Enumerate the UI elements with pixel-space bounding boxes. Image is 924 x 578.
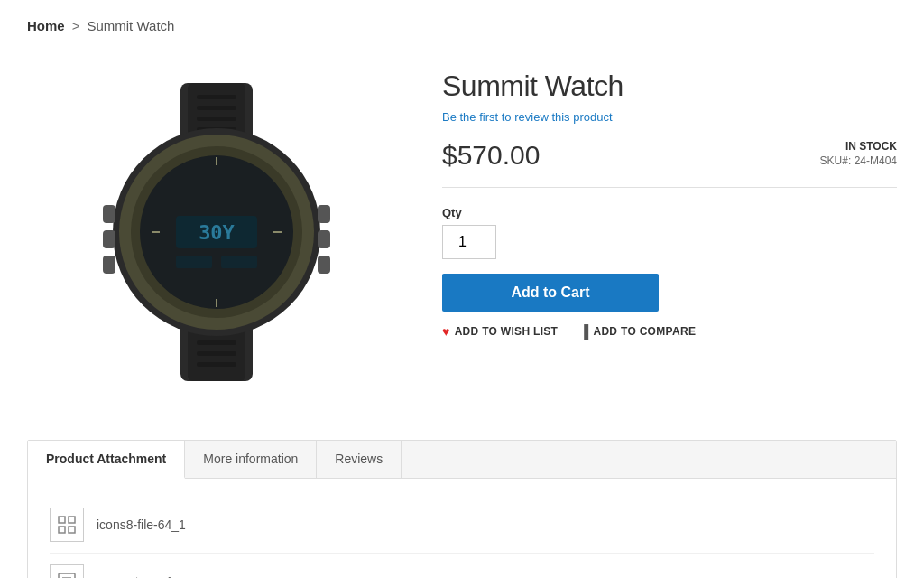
product-section: 30Y: [27, 61, 897, 404]
svg-rect-11: [197, 362, 236, 367]
svg-rect-20: [318, 205, 330, 223]
review-link[interactable]: Be the first to review this product: [442, 110, 897, 124]
svg-rect-2: [197, 95, 236, 99]
tab-reviews[interactable]: Reviews: [317, 441, 402, 478]
tab-more-information[interactable]: More information: [185, 441, 317, 478]
svg-rect-4: [197, 117, 236, 121]
svg-rect-33: [69, 527, 75, 533]
attachment-name[interactable]: warranty_ag1: [97, 574, 173, 578]
attachment-name[interactable]: icons8-file-64_1: [97, 517, 186, 532]
svg-rect-18: [176, 256, 212, 268]
breadcrumb: Home > Summit Watch: [27, 18, 897, 33]
product-sku: SKU#: 24-M404: [820, 154, 897, 167]
compare-label: ADD TO COMPARE: [593, 325, 696, 338]
qty-input[interactable]: [442, 225, 496, 259]
page-wrapper: Home > Summit Watch: [0, 0, 924, 578]
svg-text:30Y: 30Y: [199, 221, 235, 244]
tabs-header: Product Attachment More information Revi…: [28, 441, 896, 479]
svg-rect-10: [197, 351, 236, 356]
attachment-list: icons8-file-64_1 warranty_ag1 screencast…: [50, 497, 874, 578]
product-actions: ♥ ADD TO WISH LIST ▐ ADD TO COMPARE: [442, 324, 897, 339]
add-to-cart-button[interactable]: Add to Cart: [442, 274, 659, 312]
product-title: Summit Watch: [442, 70, 897, 103]
heart-icon: ♥: [442, 324, 450, 339]
tab-content-product-attachment: icons8-file-64_1 warranty_ag1 screencast…: [28, 479, 896, 578]
svg-rect-3: [197, 106, 236, 110]
tab-product-attachment[interactable]: Product Attachment: [28, 441, 185, 479]
svg-rect-32: [59, 527, 65, 533]
file-icon: [50, 508, 84, 542]
product-image: 30Y: [81, 79, 352, 386]
product-image-container: 30Y: [27, 61, 406, 404]
tabs-section: Product Attachment More information Revi…: [27, 440, 897, 578]
svg-rect-30: [59, 517, 65, 523]
breadcrumb-current: Summit Watch: [87, 18, 174, 33]
breadcrumb-home-link[interactable]: Home: [27, 18, 65, 33]
stock-status: IN STOCK: [820, 140, 897, 153]
svg-rect-21: [318, 230, 330, 248]
svg-rect-24: [103, 230, 116, 248]
svg-rect-31: [69, 517, 75, 523]
svg-rect-23: [103, 205, 116, 223]
file-icon: [50, 564, 84, 578]
product-price-row: $570.00 IN STOCK SKU#: 24-M404: [442, 140, 897, 188]
list-item: icons8-file-64_1: [50, 497, 874, 554]
svg-rect-19: [221, 256, 257, 268]
svg-rect-22: [318, 256, 330, 274]
svg-rect-25: [103, 256, 116, 274]
compare-icon: ▐: [579, 324, 588, 339]
list-item: warranty_ag1: [50, 554, 874, 578]
product-info: Summit Watch Be the first to review this…: [442, 61, 897, 404]
add-to-wishlist-link[interactable]: ♥ ADD TO WISH LIST: [442, 324, 558, 339]
svg-rect-9: [197, 340, 236, 345]
stock-info: IN STOCK SKU#: 24-M404: [820, 140, 897, 167]
product-price: $570.00: [442, 140, 540, 171]
qty-section: Qty: [442, 206, 897, 259]
qty-label: Qty: [442, 206, 897, 219]
add-to-compare-link[interactable]: ▐ ADD TO COMPARE: [579, 324, 696, 339]
breadcrumb-separator: >: [72, 18, 80, 33]
wishlist-label: ADD TO WISH LIST: [455, 325, 559, 338]
